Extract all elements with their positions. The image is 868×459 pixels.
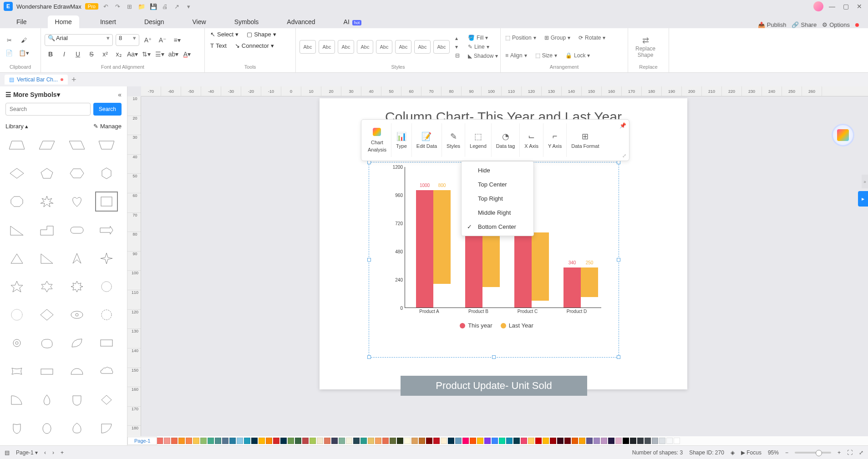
shape-right-triangle[interactable] [5, 220, 28, 240]
color-swatch[interactable] [295, 438, 301, 444]
subscript-icon[interactable]: x₂ [113, 49, 125, 60]
shape-parallelogram[interactable] [36, 135, 58, 155]
shape-egg[interactable] [36, 418, 58, 438]
lock-button[interactable]: 🔒 Lock▾ [564, 51, 591, 60]
color-swatch[interactable] [360, 438, 367, 444]
minimize-icon[interactable]: — [827, 2, 837, 10]
color-swatch[interactable] [659, 438, 665, 444]
color-swatch[interactable] [273, 438, 279, 444]
color-swatch[interactable] [390, 438, 396, 444]
bullets-icon[interactable]: ☰▾ [154, 49, 166, 60]
color-swatch[interactable] [615, 438, 622, 444]
color-swatch[interactable] [382, 438, 389, 444]
color-swatch[interactable] [244, 438, 250, 444]
resize-handle[interactable] [617, 355, 620, 359]
shape-gear[interactable] [5, 333, 28, 353]
publish-button[interactable]: 📤 Publish [758, 21, 787, 28]
color-swatch[interactable] [623, 438, 629, 444]
shape-frame[interactable] [95, 192, 118, 212]
shape-pie[interactable] [95, 418, 118, 438]
y-axis-button[interactable]: ⌐Y Axis [543, 123, 567, 157]
menu-advanced[interactable]: Advanced [279, 15, 322, 28]
color-swatch[interactable] [448, 438, 454, 444]
style-preset[interactable]: Abc [357, 40, 373, 54]
edit-data-button[interactable]: 📝Edit Data [412, 123, 442, 157]
format-painter-icon[interactable]: 🖌 [18, 35, 29, 46]
color-swatch[interactable] [513, 438, 520, 444]
resize-handle[interactable] [617, 258, 620, 262]
color-swatch[interactable] [608, 438, 614, 444]
shape-pentagon[interactable] [36, 163, 58, 183]
color-swatch[interactable] [251, 438, 258, 444]
color-swatch[interactable] [557, 438, 563, 444]
color-swatch[interactable] [586, 438, 593, 444]
cut-icon[interactable]: ✂ [4, 35, 15, 46]
manage-button[interactable]: ✎ Manage [93, 123, 122, 130]
shape-drop[interactable] [36, 390, 58, 410]
shape-star6[interactable] [36, 277, 58, 297]
select-button[interactable]: ↖ Select ▾ [208, 30, 240, 39]
color-swatch[interactable] [200, 438, 207, 444]
legend-option[interactable]: Top Right [462, 192, 533, 206]
color-swatch[interactable] [550, 438, 556, 444]
color-swatch[interactable] [484, 438, 491, 444]
shape-trapezoid-b[interactable] [95, 135, 118, 155]
color-swatch[interactable] [630, 438, 636, 444]
superscript-icon[interactable]: x² [99, 49, 111, 60]
color-swatch[interactable] [455, 438, 462, 444]
document-tab[interactable]: ▤ Vertical Bar Ch... [5, 75, 68, 85]
line-button[interactable]: ✎ Line ▾ [467, 43, 499, 51]
focus-button[interactable]: ▶ Focus [741, 449, 761, 456]
data-tag-button[interactable]: ◔Data tag [492, 123, 520, 157]
color-swatch[interactable] [637, 438, 644, 444]
color-swatch[interactable] [470, 438, 476, 444]
page-layout-icon[interactable]: ▤ [5, 449, 10, 456]
chart-styles-button[interactable]: ✎Styles [442, 123, 465, 157]
legend-button[interactable]: ⬚Legend [465, 123, 492, 157]
style-preset[interactable]: Abc [395, 40, 411, 54]
color-swatch[interactable] [186, 438, 192, 444]
color-swatch[interactable] [339, 438, 345, 444]
shape-heart[interactable] [66, 192, 88, 212]
color-swatch[interactable] [419, 438, 425, 444]
color-swatch[interactable] [171, 438, 178, 444]
align-button[interactable]: ≡ Align▾ [504, 51, 528, 60]
shape-cloud[interactable] [95, 361, 118, 381]
zoom-slider[interactable] [795, 452, 831, 454]
font-family-select[interactable]: 🔍Arial▾ [45, 34, 113, 46]
search-button[interactable]: Search [93, 103, 122, 116]
shape-hexagon-v[interactable] [95, 163, 118, 183]
shape-button[interactable]: ▢ Shape ▾ [245, 30, 278, 39]
color-swatch[interactable] [477, 438, 483, 444]
resize-handle[interactable] [617, 161, 620, 164]
style-preset[interactable]: Abc [299, 40, 316, 54]
color-swatch[interactable] [572, 438, 578, 444]
canvas[interactable]: Column Chart- This Year and Last Year 02… [141, 96, 868, 445]
shape-trapezoid-r[interactable] [66, 135, 88, 155]
user-avatar[interactable] [813, 1, 823, 11]
color-swatch[interactable] [645, 438, 651, 444]
options-button[interactable]: ⚙ Options [822, 21, 850, 28]
menu-design[interactable]: Design [137, 15, 172, 28]
text-button[interactable]: T Text [208, 41, 228, 50]
add-tab-button[interactable]: + [71, 75, 76, 85]
menu-file[interactable]: File [9, 15, 34, 28]
export-icon[interactable]: ↗ [173, 2, 181, 10]
color-swatch[interactable] [302, 438, 309, 444]
color-swatch[interactable] [331, 438, 338, 444]
shape-star5[interactable] [5, 277, 28, 297]
shape-eye[interactable] [66, 305, 88, 325]
style-gallery[interactable]: Abc Abc Abc Abc Abc Abc Abc Abc [299, 40, 450, 54]
color-swatch[interactable] [229, 438, 236, 444]
zoom-out-icon[interactable]: − [785, 449, 788, 456]
subtitle-box[interactable]: Product Update- Unit Sold [401, 376, 587, 396]
menu-view[interactable]: View [185, 15, 213, 28]
font-size-select[interactable]: 8 ▾ [116, 34, 139, 46]
color-swatch[interactable] [157, 438, 163, 444]
close-icon[interactable]: ✕ [854, 2, 864, 10]
shape-sparkle[interactable] [95, 248, 118, 268]
position-button[interactable]: ⬚ Position▾ [504, 34, 537, 42]
x-axis-button[interactable]: ⌙X Axis [520, 123, 543, 157]
color-swatch[interactable] [178, 438, 185, 444]
case-icon[interactable]: Aa▾ [127, 49, 138, 60]
